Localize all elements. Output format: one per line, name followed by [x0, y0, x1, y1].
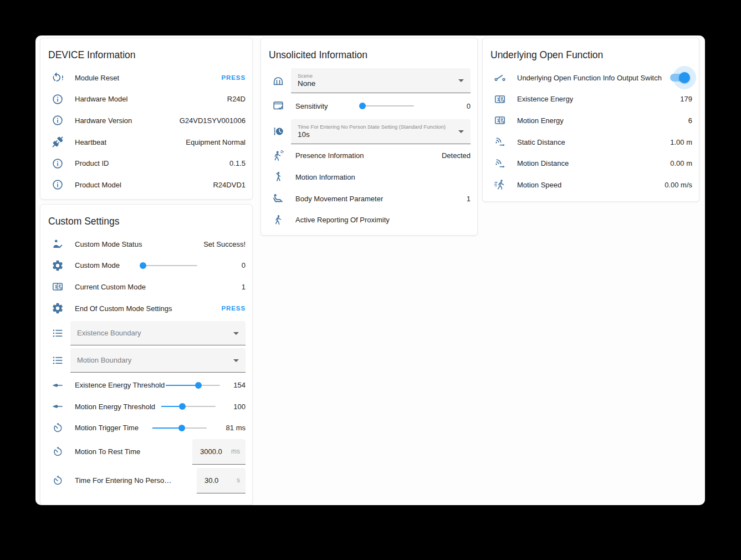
row-label: Motion Energy: [517, 116, 564, 125]
switch-icon: [494, 72, 506, 84]
row-custom-mode-status: Custom Mode Status Set Success!: [40, 233, 252, 255]
row-existence-energy: Existence Energy 179: [483, 89, 699, 110]
custom-mode-slider[interactable]: [143, 262, 197, 269]
row-value: G24VD1SYV001006: [175, 116, 246, 125]
scene-icon: [272, 75, 284, 87]
row-product-id: Product ID 0.1.5: [40, 152, 252, 174]
gear-icon: [52, 302, 64, 314]
row-value: R24D: [223, 95, 246, 103]
row-label: Underlying Open Function Info Output Swi…: [517, 74, 662, 82]
row-value: Equipment Normal: [181, 138, 246, 146]
row-sensitivity: Sensitivity 0: [261, 95, 477, 117]
row-label: Presence Information: [295, 151, 364, 160]
counter-icon: [52, 281, 64, 293]
no-person-time-input[interactable]: 30.0 s: [197, 468, 246, 493]
row-label: Product ID: [75, 159, 109, 167]
row-existence-energy-threshold: Existence Energy Threshold 154: [40, 374, 252, 396]
chevron-down-icon: [233, 332, 239, 335]
row-label: Body Movement Parameter: [295, 195, 383, 203]
card-title: Unsolicited Information: [261, 38, 477, 62]
row-presence-information: Presence Information Detected: [261, 145, 477, 167]
row-label: Motion Energy Threshold: [75, 403, 155, 411]
row-motion-information: Motion Information: [261, 166, 477, 188]
no-person-time-select-row: Time For Entering No Person State Settin…: [261, 119, 477, 144]
motion-to-rest-time-input[interactable]: 3000.0 ms: [192, 439, 246, 465]
no-person-time-select[interactable]: Time For Entering No Person State Settin…: [291, 119, 471, 144]
dashboard-panel: DEVICE Information Module Reset PRESS Ha…: [35, 35, 705, 505]
scene-select-row: Scene None: [261, 68, 477, 93]
signal-distance-icon: [494, 136, 506, 148]
row-value: 0.00 m/s: [660, 181, 692, 189]
row-static-distance: Static Distance 1.00 m: [483, 131, 699, 153]
select-value: None: [298, 79, 315, 88]
row-value: Set Success!: [199, 240, 246, 248]
row-label: Motion Distance: [517, 159, 569, 167]
row-end-of-custom-mode-settings: End Of Custom Mode Settings PRESS: [40, 298, 252, 319]
checklist-icon: [272, 100, 284, 112]
row-label: Hardware Model: [75, 95, 127, 103]
slider-thumb[interactable]: [179, 403, 186, 410]
module-reset-press-button[interactable]: PRESS: [217, 74, 246, 81]
input-unit: s: [232, 476, 240, 484]
connection-icon: [52, 136, 64, 148]
walking-person-icon: [272, 214, 284, 226]
motion-boundary-select[interactable]: Motion Boundary: [70, 348, 246, 373]
motion-person-icon: [272, 171, 284, 183]
gear-icon: [52, 259, 64, 272]
row-value: 0: [446, 102, 471, 110]
row-label: Heartbeat: [75, 138, 106, 146]
select-value: 10s: [298, 130, 446, 139]
end-of-custom-mode-press-button[interactable]: PRESS: [217, 305, 246, 312]
timer-icon: [52, 446, 64, 458]
row-active-reporting-of-proximity: Active Reporting Of Proximity: [261, 209, 477, 231]
slider-thumb[interactable]: [140, 262, 146, 269]
select-label: Time For Entering No Person State Settin…: [298, 124, 446, 130]
signal-distance-icon: [494, 157, 506, 170]
row-heartbeat: Heartbeat Equipment Normal: [40, 131, 252, 153]
card-underlying-open-function: Underlying Open Function Underlying Open…: [482, 38, 699, 202]
row-body-movement-parameter: Body Movement Parameter 1: [261, 188, 477, 210]
card-title: Underlying Open Function: [483, 38, 699, 62]
sensitivity-slider[interactable]: [360, 103, 414, 109]
slider-thumb[interactable]: [195, 382, 202, 389]
chevron-down-icon: [458, 130, 464, 133]
row-label: Hardware Version: [75, 116, 132, 125]
existence-energy-threshold-slider[interactable]: [166, 382, 220, 389]
timer-icon: [52, 422, 64, 434]
counter-icon: [494, 93, 506, 105]
running-speed-icon: [494, 179, 506, 191]
body-movement-icon: [272, 192, 284, 205]
row-hardware-version: Hardware Version G24VD1SYV001006: [40, 110, 252, 131]
scene-select[interactable]: Scene None: [291, 68, 471, 93]
row-value: Detected: [437, 151, 471, 160]
slider-thumb[interactable]: [178, 425, 185, 431]
row-label: Motion Information: [295, 173, 355, 181]
select-label: Scene: [298, 73, 315, 79]
motion-trigger-time-slider[interactable]: [152, 425, 207, 431]
row-label: Current Custom Mode: [75, 283, 146, 291]
existence-boundary-select[interactable]: Existence Boundary: [70, 321, 246, 345]
row-module-reset: Module Reset PRESS: [40, 67, 252, 89]
info-icon: [52, 114, 64, 126]
row-time-for-entering-no-person: Time For Entering No Perso… 30.0 s: [40, 467, 252, 493]
row-label: Active Reporting Of Proximity: [295, 216, 390, 224]
underlying-open-function-toggle[interactable]: [670, 72, 689, 83]
card-unsolicited-information: Unsolicited Information Scene None Sensi…: [260, 38, 478, 236]
row-current-custom-mode: Current Custom Mode 1: [40, 276, 252, 298]
info-icon: [52, 93, 64, 105]
select-label: Existence Boundary: [70, 329, 157, 337]
counter-icon: [494, 114, 506, 126]
existence-boundary-select-row: Existence Boundary: [40, 321, 252, 345]
row-value: 6: [684, 116, 692, 125]
select-label: Motion Boundary: [70, 356, 147, 364]
row-label: Static Distance: [517, 138, 565, 146]
input-value: 3000.0: [200, 447, 222, 456]
slider-thumb[interactable]: [359, 103, 366, 109]
motion-energy-threshold-slider[interactable]: [161, 403, 216, 410]
row-motion-trigger-time: Motion Trigger Time 81 ms: [40, 418, 252, 439]
row-value: 0: [221, 261, 246, 269]
card-custom-settings: Custom Settings Custom Mode Status Set S…: [40, 204, 253, 505]
slider-icon: [52, 400, 64, 413]
row-motion-speed: Motion Speed 0.00 m/s: [483, 174, 699, 196]
presence-sensor-icon: [272, 150, 284, 162]
